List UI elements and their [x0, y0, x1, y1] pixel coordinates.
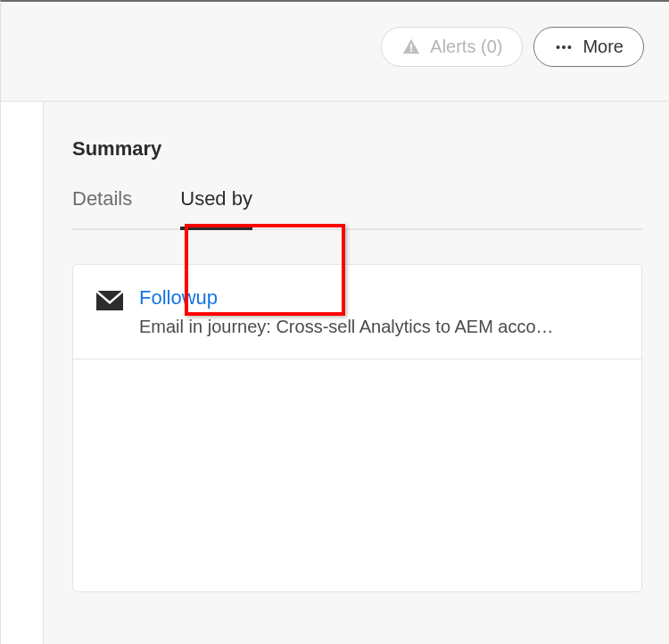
- left-gutter: [1, 102, 44, 644]
- alert-icon: [401, 37, 421, 57]
- tab-details[interactable]: Details: [72, 187, 132, 228]
- app-frame: Alerts (0) More Summary Details Used by: [0, 0, 669, 644]
- summary-panel: Summary Details Used by Followup Email i…: [44, 102, 669, 644]
- list-empty-area: [73, 359, 641, 591]
- summary-title: Summary: [72, 137, 642, 161]
- tab-used-by[interactable]: Used by: [180, 187, 252, 228]
- list-item: Followup Email in journey: Cross-sell An…: [73, 265, 641, 359]
- body-area: Summary Details Used by Followup Email i…: [1, 102, 669, 644]
- topbar: Alerts (0) More: [1, 2, 669, 102]
- svg-rect-1: [410, 50, 412, 52]
- list-item-title[interactable]: Followup: [139, 286, 618, 310]
- svg-rect-0: [410, 44, 412, 49]
- more-icon: [554, 37, 574, 57]
- svg-point-3: [562, 45, 566, 48]
- more-label: More: [582, 37, 624, 57]
- alerts-label: Alerts (0): [430, 37, 502, 57]
- svg-point-4: [568, 45, 572, 48]
- more-button[interactable]: More: [533, 27, 644, 67]
- tabs: Details Used by: [72, 187, 642, 230]
- used-by-list: Followup Email in journey: Cross-sell An…: [72, 264, 642, 592]
- svg-point-2: [557, 45, 560, 48]
- alerts-button[interactable]: Alerts (0): [381, 27, 523, 67]
- list-item-subtitle: Email in journey: Cross-sell Analytics t…: [139, 317, 618, 337]
- list-item-text: Followup Email in journey: Cross-sell An…: [139, 286, 618, 337]
- email-icon: [96, 290, 123, 311]
